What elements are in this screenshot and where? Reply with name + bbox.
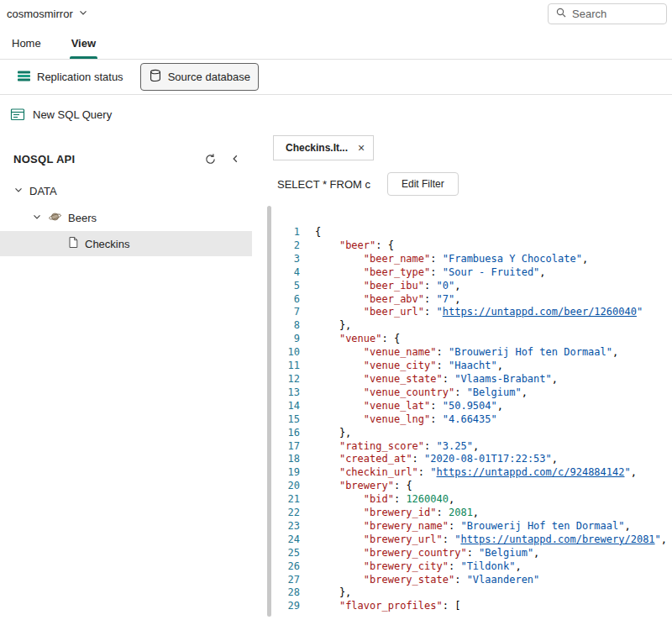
ribbon-toolbar: Replication status Source database (0, 60, 672, 95)
line-number: 22 (252, 507, 300, 520)
code-line[interactable]: "rating_score": "3.25", (315, 440, 667, 454)
code-line[interactable]: { (315, 226, 667, 239)
code-line[interactable]: "venue_state": "Vlaams-Brabant", (315, 373, 667, 386)
tree-item-checkins[interactable]: Checkins (0, 231, 252, 256)
tree-item-label: DATA (29, 185, 57, 197)
close-tab-icon[interactable]: × (358, 142, 365, 154)
code-line[interactable]: "brewery_state": "Vlaanderen" (315, 574, 667, 587)
search-box[interactable] (548, 3, 667, 24)
query-action-bar: New SQL Query (0, 95, 672, 134)
code-line[interactable]: "brewery_city": "Tildonk", (315, 560, 667, 574)
code-line[interactable]: }, (315, 586, 667, 600)
code-line[interactable]: "beer_url": "https://untappd.com/beer/12… (315, 306, 667, 319)
line-number: 13 (252, 386, 300, 400)
code-line[interactable]: "brewery_url": "https://untappd.com/brew… (315, 533, 667, 547)
line-number: 20 (252, 480, 300, 493)
replication-status-button[interactable]: Replication status (8, 64, 132, 91)
chevron-down-icon[interactable] (13, 185, 24, 197)
code-line[interactable]: "brewery_country": "Belgium", (315, 547, 667, 560)
new-sql-query-button[interactable]: New SQL Query (33, 108, 112, 121)
line-number: 6 (252, 293, 300, 307)
code-line[interactable]: "checkin_url": "https://untappd.com/c/92… (315, 466, 667, 480)
database-icon (149, 69, 162, 85)
document-tab-checkins[interactable]: Checkins.It... × (273, 135, 374, 160)
vertical-scrollbar[interactable] (267, 206, 271, 617)
code-line[interactable]: "beer": { (315, 239, 667, 253)
code-line[interactable]: "venue_lat": "50.9504", (315, 400, 667, 413)
json-editor[interactable]: 1234567891011121314151617181920212223242… (252, 206, 672, 617)
sidebar-header: NOSQL API (0, 145, 252, 172)
replication-status-label: Replication status (37, 71, 123, 83)
document-tab-bar: Checkins.It... × (252, 135, 672, 160)
tab-home[interactable]: Home (8, 28, 45, 59)
code-line[interactable]: "brewery_name": "Brouwerij Hof ten Dorma… (315, 520, 667, 533)
line-number: 2 (252, 239, 300, 253)
line-number: 11 (252, 360, 300, 373)
line-number: 28 (252, 586, 300, 600)
code-line[interactable]: "brewery_id": 2081, (315, 507, 667, 520)
app-name: cosmosmirror (7, 8, 73, 20)
search-input[interactable] (572, 8, 659, 20)
code-line[interactable]: "venue_country": "Belgium", (315, 386, 667, 400)
resource-tree: DATA Beers Checkins (0, 177, 252, 256)
resource-tree-panel: NOSQL API DATA (0, 134, 252, 620)
app-name-dropdown[interactable]: cosmosmirror (7, 8, 88, 20)
line-number: 3 (252, 253, 300, 266)
chevron-down-icon (78, 8, 88, 20)
line-number: 19 (252, 466, 300, 480)
tree-item-label: Beers (68, 212, 97, 224)
tree-item-label: Checkins (85, 238, 129, 250)
tree-item-data[interactable]: DATA (0, 177, 252, 204)
source-database-label: Source database (168, 71, 250, 83)
line-number: 17 (252, 440, 300, 454)
url-link[interactable]: https://untappd.com/brewery/2081 (460, 533, 654, 545)
line-number: 7 (252, 306, 300, 319)
refresh-icon[interactable] (204, 153, 217, 166)
code-line[interactable]: "venue_lng": "4.66435" (315, 413, 667, 427)
line-number: 24 (252, 533, 300, 547)
line-number: 27 (252, 574, 300, 587)
code-line[interactable]: "bid": 1260040, (315, 493, 667, 507)
database-planet-icon (48, 210, 62, 226)
line-number: 14 (252, 400, 300, 413)
line-number: 25 (252, 547, 300, 560)
code-line[interactable]: "beer_name": "Frambuesa Y Chocolate", (315, 253, 667, 266)
line-number: 12 (252, 373, 300, 386)
url-link[interactable]: https://untappd.com/beer/1260040 (443, 306, 637, 318)
line-number: 23 (252, 520, 300, 533)
line-numbers: 1234567891011121314151617181920212223242… (252, 226, 300, 613)
line-number: 8 (252, 319, 300, 333)
line-number: 4 (252, 266, 300, 280)
code-line[interactable]: "venue": { (315, 333, 667, 346)
query-text: SELECT * FROM c (277, 178, 370, 191)
code-line[interactable]: "venue_city": "Haacht", (315, 360, 667, 373)
code-line[interactable]: }, (315, 319, 667, 333)
line-number: 1 (252, 226, 300, 239)
line-number: 21 (252, 493, 300, 507)
line-number: 5 (252, 280, 300, 293)
search-icon (555, 7, 567, 22)
line-number: 10 (252, 346, 300, 360)
code-line[interactable]: "venue_name": "Brouwerij Hof ten Dormaal… (315, 346, 667, 360)
code-line[interactable]: "beer_abv": "7", (315, 293, 667, 307)
content-area: NOSQL API DATA (0, 134, 672, 620)
document-icon (67, 236, 79, 251)
code-line[interactable]: "brewery": { (315, 480, 667, 493)
tree-item-beers[interactable]: Beers (0, 204, 252, 231)
source-database-button[interactable]: Source database (140, 63, 259, 91)
code-line[interactable]: "beer_type": "Sour - Fruited", (315, 266, 667, 280)
code-line[interactable]: "beer_ibu": "0", (315, 280, 667, 293)
code-line[interactable]: "created_at": "2020-08-01T17:22:53", (315, 453, 667, 466)
line-number: 9 (252, 333, 300, 346)
code-lines[interactable]: { "beer": { "beer_name": "Frambuesa Y Ch… (300, 226, 667, 613)
tab-view[interactable]: View (68, 28, 99, 59)
ribbon-tab-bar: Home View (0, 28, 672, 60)
url-link[interactable]: https://untappd.com/c/924884142 (437, 466, 625, 478)
code-line[interactable]: "flavor_profiles": [ (315, 600, 667, 613)
code-line[interactable]: }, (315, 427, 667, 440)
chevron-down-icon[interactable] (32, 212, 42, 224)
edit-filter-button[interactable]: Edit Filter (387, 172, 459, 196)
collapse-panel-icon[interactable] (230, 154, 240, 164)
document-tab-label: Checkins.It... (286, 142, 348, 154)
document-pane: Checkins.It... × SELECT * FROM c Edit Fi… (252, 134, 672, 620)
